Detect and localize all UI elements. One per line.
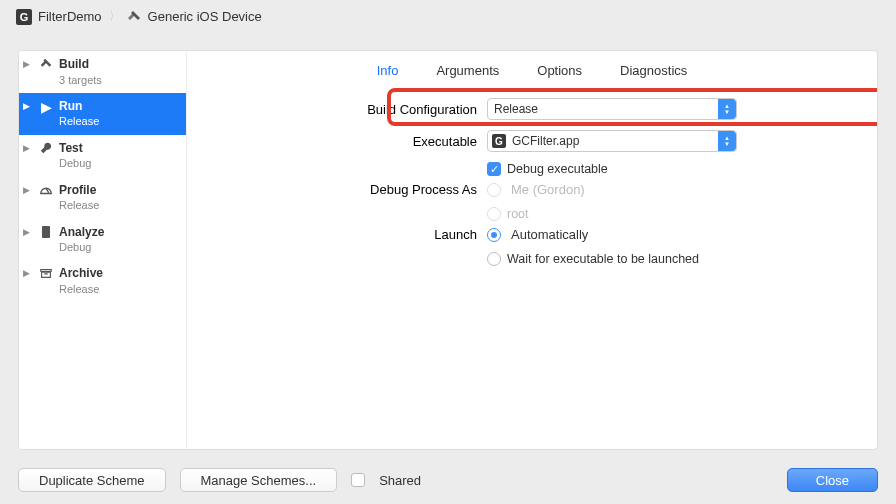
breadcrumb-target[interactable]: Generic iOS Device xyxy=(148,9,262,24)
select-value: Release xyxy=(488,102,718,116)
duplicate-scheme-button[interactable]: Duplicate Scheme xyxy=(18,468,166,492)
select-build-config[interactable]: Release ▲▼ xyxy=(487,98,737,120)
breadcrumb: G FilterDemo 〉 Generic iOS Device xyxy=(0,0,896,33)
sidebar-item-profile[interactable]: ▶ Profile Release xyxy=(19,177,186,219)
gauge-icon xyxy=(37,183,55,200)
scheme-editor-panel: ▶ Build 3 targets ▶ ▶ Run Release ▶ Test… xyxy=(18,50,878,450)
footer: Duplicate Scheme Manage Schemes... Share… xyxy=(18,468,878,492)
tab-bar: Info Arguments Options Diagnostics xyxy=(187,63,877,88)
disclosure-triangle-icon[interactable]: ▶ xyxy=(23,227,33,237)
svg-rect-0 xyxy=(42,226,50,238)
label-me: Me (Gordon) xyxy=(511,182,585,197)
radio-automatically[interactable] xyxy=(487,228,501,242)
label-automatically: Automatically xyxy=(511,227,588,242)
tab-options[interactable]: Options xyxy=(537,63,582,78)
disclosure-triangle-icon[interactable]: ▶ xyxy=(23,268,33,278)
disclosure-triangle-icon[interactable]: ▶ xyxy=(23,143,33,153)
sidebar-item-label: Archive xyxy=(59,266,103,282)
sidebar-item-test[interactable]: ▶ Test Debug xyxy=(19,135,186,177)
updown-arrows-icon: ▲▼ xyxy=(718,99,736,119)
label-shared: Shared xyxy=(379,473,421,488)
sidebar-item-sublabel: Debug xyxy=(59,156,91,170)
analyze-icon xyxy=(37,225,55,242)
breadcrumb-project[interactable]: FilterDemo xyxy=(38,9,102,24)
sidebar-item-sublabel: Release xyxy=(59,198,99,212)
label-wait: Wait for executable to be launched xyxy=(507,252,699,266)
wrench-icon xyxy=(37,141,55,158)
tab-arguments[interactable]: Arguments xyxy=(436,63,499,78)
sidebar-item-label: Run xyxy=(59,99,99,115)
sidebar-item-sublabel: Debug xyxy=(59,240,104,254)
tab-diagnostics[interactable]: Diagnostics xyxy=(620,63,687,78)
sidebar-item-archive[interactable]: ▶ Archive Release xyxy=(19,260,186,302)
disclosure-triangle-icon[interactable]: ▶ xyxy=(23,101,33,111)
sidebar-item-label: Build xyxy=(59,57,102,73)
sidebar-item-run[interactable]: ▶ ▶ Run Release xyxy=(19,93,186,135)
checkbox-debug-executable[interactable]: ✓ xyxy=(487,162,501,176)
app-icon: G xyxy=(492,134,506,148)
sidebar-item-analyze[interactable]: ▶ Analyze Debug xyxy=(19,219,186,261)
info-form: Build Configuration Release ▲▼ Executabl… xyxy=(187,88,877,282)
row-debug-process: Debug Process As Me (Gordon) xyxy=(217,182,847,197)
label-debug-executable: Debug executable xyxy=(507,162,608,176)
disclosure-triangle-icon[interactable]: ▶ xyxy=(23,59,33,69)
label-launch: Launch xyxy=(217,227,477,242)
sidebar-item-label: Profile xyxy=(59,183,99,199)
project-icon: G xyxy=(16,9,32,25)
main-panel: Info Arguments Options Diagnostics Build… xyxy=(187,51,877,449)
label-debug-process: Debug Process As xyxy=(217,182,477,197)
radio-me xyxy=(487,183,501,197)
sidebar: ▶ Build 3 targets ▶ ▶ Run Release ▶ Test… xyxy=(19,51,187,449)
label-build-config: Build Configuration xyxy=(217,102,477,117)
radio-wait[interactable] xyxy=(487,252,501,266)
play-icon: ▶ xyxy=(37,99,55,115)
hammer-ruler-icon xyxy=(126,9,142,25)
manage-schemes-button[interactable]: Manage Schemes... xyxy=(180,468,338,492)
chevron-right-icon: 〉 xyxy=(110,8,117,25)
sidebar-item-label: Test xyxy=(59,141,91,157)
row-root: root xyxy=(487,207,847,221)
disclosure-triangle-icon[interactable]: ▶ xyxy=(23,185,33,195)
archive-icon xyxy=(37,266,55,283)
row-debug-exec: ✓ Debug executable xyxy=(487,162,847,176)
row-build-config: Build Configuration Release ▲▼ xyxy=(217,98,847,120)
row-executable: Executable G GCFilter.app ▲▼ xyxy=(217,130,847,152)
radio-root xyxy=(487,207,501,221)
tab-info[interactable]: Info xyxy=(377,63,399,78)
select-value: GCFilter.app xyxy=(506,134,718,148)
label-root: root xyxy=(507,207,529,221)
checkbox-shared[interactable] xyxy=(351,473,365,487)
select-executable[interactable]: G GCFilter.app ▲▼ xyxy=(487,130,737,152)
updown-arrows-icon: ▲▼ xyxy=(718,131,736,151)
row-wait: Wait for executable to be launched xyxy=(487,252,847,266)
label-executable: Executable xyxy=(217,134,477,149)
row-launch: Launch Automatically xyxy=(217,227,847,242)
sidebar-item-sublabel: Release xyxy=(59,282,103,296)
sidebar-item-sublabel: 3 targets xyxy=(59,73,102,87)
sidebar-item-sublabel: Release xyxy=(59,114,99,128)
close-button[interactable]: Close xyxy=(787,468,878,492)
sidebar-item-build[interactable]: ▶ Build 3 targets xyxy=(19,51,186,93)
sidebar-item-label: Analyze xyxy=(59,225,104,241)
hammer-icon xyxy=(37,57,55,74)
